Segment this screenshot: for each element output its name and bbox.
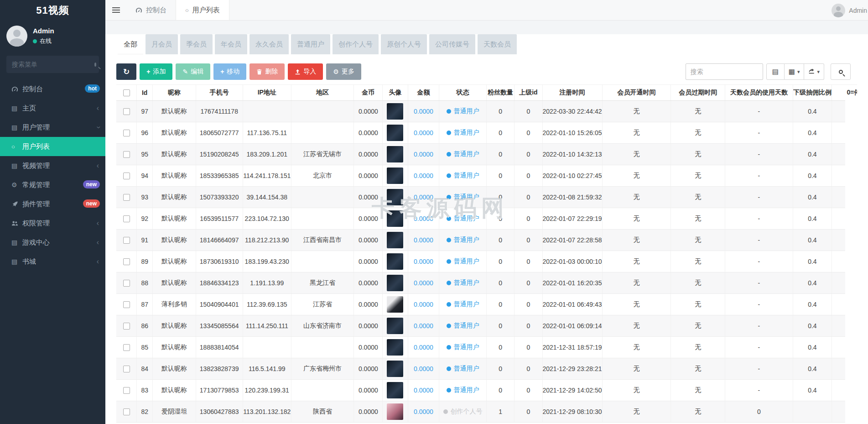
- table-row[interactable]: 93默认昵称1507339332039.144.154.380.00000.00…: [116, 187, 857, 208]
- amount-link[interactable]: 0.0000: [414, 258, 433, 265]
- row-checkbox[interactable]: [123, 408, 130, 415]
- checkbox-cell[interactable]: [116, 358, 137, 380]
- checkbox-cell[interactable]: [116, 122, 137, 144]
- checkbox-cell[interactable]: [116, 165, 137, 187]
- amount-link[interactable]: 0.0000: [414, 279, 433, 287]
- user-avatar[interactable]: [387, 403, 403, 420]
- checkbox-cell[interactable]: [116, 401, 137, 423]
- amount-link[interactable]: 0.0000: [414, 322, 433, 330]
- table-row[interactable]: 82爱阴湿坦13060427883113.201.132.182陕西省0.000…: [116, 401, 857, 423]
- topbar-tab-user-list[interactable]: ○用户列表: [176, 0, 229, 20]
- amount-link[interactable]: 0.0000: [414, 172, 433, 179]
- user-avatar[interactable]: [387, 339, 403, 356]
- sidebar-search[interactable]: [6, 56, 99, 73]
- filter-tab[interactable]: 全部: [118, 34, 143, 54]
- sidebar-item-home[interactable]: ▤主页‹: [0, 99, 105, 118]
- user-avatar[interactable]: [387, 146, 403, 162]
- sidebar-item-book-city[interactable]: ▤书城‹: [0, 252, 105, 271]
- row-checkbox[interactable]: [123, 108, 130, 115]
- export-button[interactable]: ▾: [804, 63, 824, 80]
- sidebar-item-auth-mgmt[interactable]: 权限管理‹: [0, 214, 105, 233]
- table-row[interactable]: 97默认昵称176741111780.00000.0000普通用户002022-…: [116, 101, 857, 122]
- row-checkbox[interactable]: [123, 344, 130, 351]
- filter-tab[interactable]: 月会员: [146, 34, 178, 54]
- add-button[interactable]: +添加: [140, 63, 172, 80]
- table-row[interactable]: 95默认昵称15190208245183.209.1.201江苏省无锡市0.00…: [116, 144, 857, 165]
- table-row[interactable]: 96默认昵称18065072777117.136.75.110.00000.00…: [116, 122, 857, 144]
- row-checkbox[interactable]: [123, 258, 130, 265]
- import-button[interactable]: 导入: [288, 63, 323, 80]
- more-button[interactable]: ⚙更多: [326, 63, 361, 80]
- sidebar-item-game-center[interactable]: ▤游戏中心‹: [0, 233, 105, 252]
- table-row[interactable]: 92默认昵称16539511577223.104.72.1300.00000.0…: [116, 208, 857, 230]
- user-avatar[interactable]: [387, 168, 403, 184]
- table-row[interactable]: 94默认昵称18533965385114.241.178.151北京市0.000…: [116, 165, 857, 187]
- table-row[interactable]: 88默认昵称188463341231.191.13.99黑龙江省0.00000.…: [116, 272, 857, 294]
- sidebar-item-console[interactable]: 控制台hot: [0, 79, 105, 99]
- table-row[interactable]: 89默认昵称18730619310183.199.43.2300.00000.0…: [116, 251, 857, 272]
- filter-tab[interactable]: 天数会员: [478, 34, 517, 54]
- amount-link[interactable]: 0.0000: [414, 408, 433, 415]
- table-row[interactable]: 91默认昵称18146664097118.212.213.90江西省南昌市0.0…: [116, 230, 857, 251]
- amount-link[interactable]: 0.0000: [414, 236, 433, 244]
- row-checkbox[interactable]: [123, 173, 130, 179]
- row-checkbox[interactable]: [123, 280, 130, 287]
- table-row[interactable]: 87薄利多销15040904401112.39.69.135江苏省0.00000…: [116, 294, 857, 315]
- select-all-header[interactable]: [116, 85, 137, 101]
- edit-button[interactable]: ✎编辑: [176, 63, 210, 80]
- filter-tab[interactable]: 年会员: [215, 34, 247, 54]
- amount-link[interactable]: 0.0000: [414, 387, 433, 394]
- amount-link[interactable]: 0.0000: [414, 194, 433, 201]
- user-avatar[interactable]: [387, 275, 403, 291]
- filter-tab[interactable]: 公司传媒号: [429, 34, 475, 54]
- sidebar-item-video-mgmt[interactable]: ▤视频管理‹: [0, 156, 105, 175]
- checkbox-cell[interactable]: [116, 251, 137, 272]
- detail-view-button[interactable]: ▤: [766, 63, 785, 80]
- filter-tab[interactable]: 季会员: [180, 34, 213, 54]
- user-avatar[interactable]: [387, 210, 403, 227]
- checkbox-cell[interactable]: [116, 208, 137, 230]
- amount-link[interactable]: 0.0000: [414, 151, 433, 158]
- table-search-input[interactable]: [686, 63, 763, 80]
- user-avatar[interactable]: [387, 253, 403, 270]
- checkbox-cell[interactable]: [116, 144, 137, 165]
- delete-button[interactable]: 删除: [249, 63, 285, 80]
- user-avatar[interactable]: [387, 125, 403, 141]
- refresh-button[interactable]: ↻: [116, 63, 136, 80]
- user-avatar[interactable]: [387, 318, 403, 334]
- user-avatar[interactable]: [387, 189, 403, 205]
- menu-toggle-icon[interactable]: [105, 0, 126, 20]
- table-row[interactable]: 84默认昵称13823828739116.5.141.99广东省梅州市0.000…: [116, 358, 857, 380]
- topbar-user[interactable]: Admin: [832, 0, 867, 21]
- move-button[interactable]: +移动: [213, 63, 246, 80]
- sidebar-item-user-list[interactable]: ○用户列表: [0, 137, 105, 156]
- checkbox-cell[interactable]: [116, 337, 137, 358]
- sidebar-item-general-mgmt[interactable]: ⚙常规管理new: [0, 175, 105, 194]
- table-row[interactable]: 85默认昵称188838140540.00000.0000普通用户002021-…: [116, 337, 857, 358]
- checkbox-cell[interactable]: [116, 294, 137, 315]
- filter-tab[interactable]: 创作个人号: [333, 34, 379, 54]
- row-checkbox[interactable]: [123, 215, 130, 222]
- row-checkbox[interactable]: [123, 151, 130, 158]
- table-row[interactable]: 83默认昵称17130779853120.239.199.310.00000.0…: [116, 380, 857, 401]
- sidebar-item-user-mgmt[interactable]: ▤用户管理‹: [0, 118, 105, 137]
- user-avatar[interactable]: [387, 382, 403, 398]
- row-checkbox[interactable]: [123, 387, 130, 394]
- user-avatar[interactable]: [387, 296, 403, 313]
- amount-link[interactable]: 0.0000: [414, 108, 433, 115]
- row-checkbox[interactable]: [123, 323, 130, 330]
- row-checkbox[interactable]: [123, 194, 130, 201]
- checkbox-cell[interactable]: [116, 380, 137, 401]
- checkbox-cell[interactable]: [116, 101, 137, 122]
- row-checkbox[interactable]: [123, 130, 130, 136]
- row-checkbox[interactable]: [123, 237, 130, 244]
- amount-link[interactable]: 0.0000: [414, 301, 433, 308]
- admin-avatar[interactable]: [6, 26, 27, 47]
- columns-button[interactable]: ▦▾: [785, 63, 805, 80]
- sidebar-search-input[interactable]: [12, 61, 94, 68]
- checkbox-cell[interactable]: [116, 187, 137, 208]
- user-avatar[interactable]: [387, 103, 403, 120]
- checkbox-cell[interactable]: [116, 230, 137, 251]
- user-avatar[interactable]: [387, 232, 403, 248]
- filter-tab[interactable]: 原创个人号: [381, 34, 427, 54]
